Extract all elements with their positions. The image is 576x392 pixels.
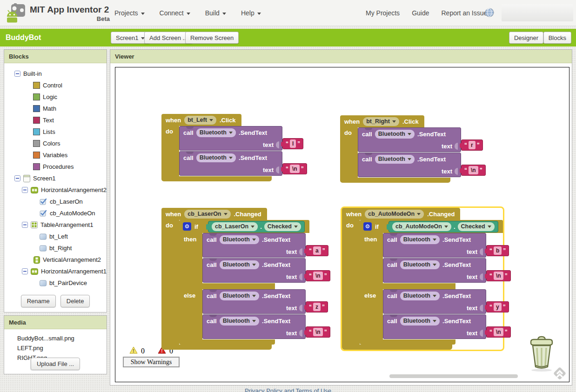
palette-item-text[interactable]: Text [4,114,107,126]
dropdown-field[interactable]: Bluetooth [220,260,259,269]
tree-item-tablearrangement1[interactable]: TableArrangement1 [4,219,107,231]
delete-button[interactable]: Delete [60,295,90,307]
dropdown-field[interactable]: Bluetooth [220,292,259,300]
block-group-cb-automodeon[interactable]: whencb_AutoModeOn.Changeddo⚙ifcb_AutoMod… [342,208,503,350]
text-string-block[interactable]: “\n” [306,326,330,338]
tree-item-screen1[interactable]: Screen1 [4,173,107,184]
tree-item-bt-pairdevice[interactable]: bt_PairDevice [4,277,107,289]
call-block[interactable]: callBluetooth.SendTexttext“\n” [358,153,461,177]
dropdown-field[interactable]: cb_AutoModeOn [365,210,424,219]
call-block[interactable]: callBluetooth.SendTexttext“\n” [202,314,306,339]
text-string-block[interactable]: “\n” [306,270,330,281]
call-block[interactable]: callBluetooth.SendTexttext“l” [179,126,282,151]
call-block[interactable]: callBluetooth.SendTexttext“a” [202,233,306,258]
text-string-block[interactable]: “\n” [486,270,511,281]
tree-item-horizontalarrangement2[interactable]: HorizontalArrangement2 [4,184,107,196]
event-block-header[interactable]: whencb_AutoModeOn.Changed [342,208,460,220]
dropdown-field[interactable]: Checked [458,222,495,231]
dropdown-field[interactable]: cb_AutoModeOn [392,222,451,231]
call-block[interactable]: callBluetooth.SendTexttext“\n” [179,151,282,176]
palette-item-control[interactable]: Control [4,80,107,91]
text-string-block[interactable]: “b” [486,245,509,256]
string-value[interactable]: r [469,141,476,149]
mutator-gear-icon[interactable]: ⚙ [183,222,191,231]
block-group-cb-laseron[interactable]: whencb_LaserOn.Changeddo⚙ifcb_LaserOn.Ch… [161,208,309,350]
collapse-toggle[interactable] [14,71,20,77]
call-block[interactable]: callBluetooth.SendTexttext“y” [383,289,486,314]
string-value[interactable]: y [494,303,502,311]
string-value[interactable]: \n [494,272,503,280]
text-string-block[interactable]: “l” [282,138,303,149]
language-globe-icon[interactable] [485,8,494,19]
dropdown-field[interactable]: Bluetooth [375,130,415,139]
menu-projects[interactable]: Projects [114,9,145,17]
designer-button[interactable]: Designer [509,32,543,44]
menu-help[interactable]: Help [241,9,261,17]
event-block-header[interactable]: whencb_LaserOn.Changed [161,208,267,220]
text-string-block[interactable]: “\n” [486,326,511,338]
if-else-block[interactable]: ⚙ifcb_AutoModeOn.CheckedthencallBluetoot… [360,220,503,345]
call-block[interactable]: callBluetooth.SendTexttext“\n” [202,258,306,283]
string-value[interactable]: \n [469,166,478,174]
text-string-block[interactable]: “a” [306,245,328,256]
dropdown-field[interactable]: bt_Right [363,117,399,126]
palette-item-variables[interactable]: Variables [4,149,107,161]
block-group-bt-left[interactable]: whenbt_Left.ClickdocallBluetooth.SendTex… [161,114,282,181]
link-report-an-issue[interactable]: Report an Issue [441,9,487,17]
show-warnings-button[interactable]: Show Warnings [123,357,180,367]
collapse-toggle[interactable] [22,187,28,193]
tree-item-cb-automodeon[interactable]: cb_AutoModeOn [4,207,107,219]
dropdown-field[interactable]: Bluetooth [400,260,440,269]
palette-item-lists[interactable]: Lists [4,126,107,138]
tree-item-verticalarrangement2[interactable]: VerticalArrangement2 [4,254,107,266]
tree-item-bt-left[interactable]: bt_Left [4,231,107,242]
dropdown-field[interactable]: cb_LaserOn [212,222,258,231]
text-string-block[interactable]: “\n” [282,163,307,174]
warning-triangle-icon[interactable]: ! [129,346,138,356]
dropdown-field[interactable]: Checked [264,222,301,231]
mutator-gear-icon[interactable]: ⚙ [363,222,372,231]
dropdown-field[interactable]: Bluetooth [400,292,440,300]
if-else-block[interactable]: ⚙ifcb_LaserOn.CheckedthencallBluetooth.S… [179,220,309,345]
footer-links[interactable]: Privacy Policy and Terms of Use [0,387,576,392]
dropdown-field[interactable]: Bluetooth [220,235,259,244]
palette-item-math[interactable]: Math [4,103,107,114]
string-value[interactable]: a [313,246,321,255]
user-account-box[interactable] [502,4,573,21]
string-value[interactable]: \n [313,328,323,336]
call-block[interactable]: callBluetooth.SendTexttext“\n” [383,258,486,283]
text-string-block[interactable]: “r” [461,140,483,151]
string-value[interactable]: b [494,246,502,255]
palette-item-logic[interactable]: Logic [4,91,107,103]
palette-item-procedures[interactable]: Procedures [4,161,107,173]
dropdown-field[interactable]: Bluetooth [400,317,440,326]
property-getter-block[interactable]: cb_LaserOn.Checked [208,221,305,233]
palette-item-colors[interactable]: Colors [4,138,107,149]
call-block[interactable]: callBluetooth.SendTexttext“z” [202,289,306,314]
blocks-canvas[interactable]: ! 0 ! 0 Show Warnings [115,67,569,382]
tree-item-cb-laseron[interactable]: cb_LaserOn [4,196,107,207]
media-file[interactable]: LEFT.png [17,345,107,354]
dropdown-field[interactable]: Bluetooth [196,153,236,162]
string-value[interactable]: l [290,140,296,148]
string-value[interactable]: \n [313,272,323,280]
event-block-header[interactable]: whenbt_Left.Click [161,114,241,126]
string-value[interactable]: z [313,303,321,311]
text-string-block[interactable]: “y” [486,301,509,312]
link-my-projects[interactable]: My Projects [366,9,400,17]
collapse-toggle[interactable] [14,175,20,181]
text-string-block[interactable]: “z” [306,301,328,312]
string-value[interactable]: \n [494,328,503,336]
text-string-block[interactable]: “\n” [461,165,486,176]
dropdown-field[interactable]: Bluetooth [220,317,259,326]
tree-item-horizontalarrangement1[interactable]: HorizontalArrangement1 [4,266,107,277]
horizontal-scrollbar-thumb[interactable] [389,374,518,378]
dropdown-field[interactable]: Bluetooth [400,235,440,244]
dropdown-field[interactable]: cb_LaserOn [184,210,230,219]
event-block-header[interactable]: whenbt_Right.Click [340,115,424,127]
link-guide[interactable]: Guide [412,9,429,17]
collapse-toggle[interactable] [22,268,28,274]
dropdown-field[interactable]: Bluetooth [196,128,236,137]
blocks-button[interactable]: Blocks [543,32,571,44]
dropdown-field[interactable]: bt_Left [184,116,216,125]
